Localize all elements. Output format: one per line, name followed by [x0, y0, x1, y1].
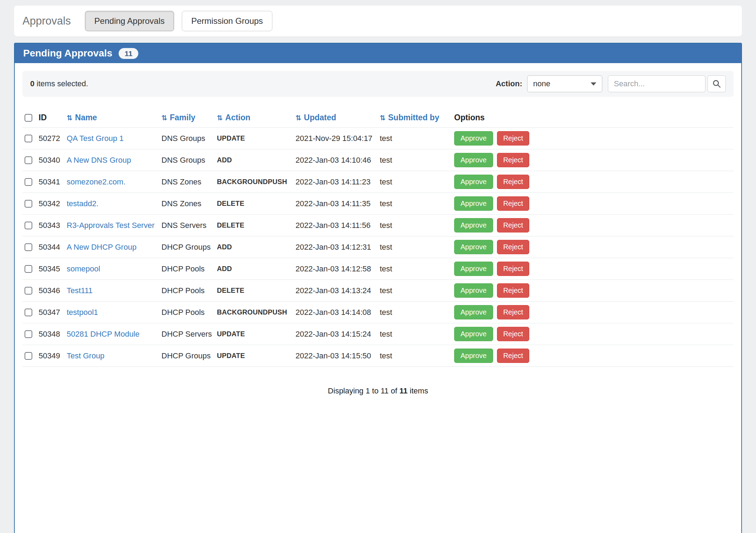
row-checkbox[interactable]: [25, 135, 32, 142]
reject-button[interactable]: Reject: [497, 305, 530, 319]
row-family: DHCP Pools: [161, 280, 217, 302]
reject-button[interactable]: Reject: [497, 240, 530, 254]
column-header-submitted-by[interactable]: ⇅Submitted by: [380, 109, 454, 128]
row-name-link[interactable]: R3-Approvals Test Server: [67, 221, 154, 230]
table-row: 50349 Test Group DHCP Groups UPDATE 2022…: [22, 345, 734, 367]
panel-body: 0 items selected. Action: none: [15, 71, 741, 533]
toolbar-controls: Action: none: [496, 75, 726, 92]
action-select[interactable]: none: [527, 75, 602, 92]
selected-count-suffix: items selected.: [34, 79, 88, 88]
column-label: Family: [170, 113, 195, 122]
approve-button[interactable]: Approve: [454, 175, 493, 189]
reject-button[interactable]: Reject: [497, 131, 530, 146]
pagination-summary: Displaying 1 to 11 of 11 items: [15, 386, 741, 396]
column-header-action[interactable]: ⇅Action: [217, 109, 296, 128]
row-id: 50340: [39, 149, 67, 171]
row-updated: 2022-Jan-03 14:12:31: [296, 236, 380, 258]
row-updated: 2022-Jan-03 14:15:24: [296, 323, 380, 345]
row-checkbox[interactable]: [25, 287, 32, 295]
row-checkbox[interactable]: [25, 156, 32, 164]
approve-button[interactable]: Approve: [454, 349, 493, 363]
row-name-link[interactable]: Test Group: [67, 351, 105, 360]
column-header-name[interactable]: ⇅Name: [67, 109, 161, 128]
row-id: 50342: [39, 193, 67, 215]
search-input[interactable]: [608, 75, 705, 92]
reject-button[interactable]: Reject: [497, 262, 530, 276]
table-row: 50348 50281 DHCP Module DHCP Servers UPD…: [22, 323, 734, 345]
approvals-table: ID ⇅Name ⇅Family ⇅Action ⇅Updated ⇅Submi…: [22, 109, 734, 367]
reject-button[interactable]: Reject: [497, 218, 530, 232]
pagination-suffix: items: [407, 386, 428, 395]
reject-button[interactable]: Reject: [497, 196, 530, 211]
reject-button[interactable]: Reject: [497, 283, 530, 298]
row-checkbox[interactable]: [25, 330, 32, 338]
approve-button[interactable]: Approve: [454, 283, 493, 298]
approve-button[interactable]: Approve: [454, 262, 493, 276]
column-header-family[interactable]: ⇅Family: [161, 109, 217, 128]
approve-button[interactable]: Approve: [454, 131, 493, 146]
reject-button[interactable]: Reject: [497, 349, 530, 363]
row-submitted-by: test: [380, 280, 454, 302]
row-name-link[interactable]: Test111: [67, 286, 93, 295]
row-name-link[interactable]: QA Test Group 1: [67, 134, 124, 143]
row-id: 50272: [39, 128, 67, 149]
row-submitted-by: test: [380, 323, 454, 345]
row-action: UPDATE: [217, 323, 296, 345]
row-name-link[interactable]: testadd2.: [67, 199, 99, 208]
row-updated: 2022-Jan-03 14:11:23: [296, 171, 380, 193]
row-name-link[interactable]: A New DNS Group: [67, 156, 131, 164]
row-name-link[interactable]: somezone2.com.: [67, 177, 126, 186]
reject-button[interactable]: Reject: [497, 175, 530, 189]
search-icon: [712, 79, 721, 88]
row-checkbox[interactable]: [25, 265, 32, 273]
row-family: DHCP Groups: [161, 345, 217, 367]
row-name-link[interactable]: 50281 DHCP Module: [67, 330, 140, 338]
table-row: 50344 A New DHCP Group DHCP Groups ADD 2…: [22, 236, 734, 258]
approve-button[interactable]: Approve: [454, 218, 493, 232]
select-all-checkbox[interactable]: [25, 114, 32, 122]
row-submitted-by: test: [380, 345, 454, 367]
row-checkbox[interactable]: [25, 309, 32, 316]
approve-button[interactable]: Approve: [454, 305, 493, 319]
pending-approvals-panel: Pending Approvals 11 0 items selected. A…: [14, 43, 742, 533]
row-checkbox[interactable]: [25, 178, 32, 186]
row-checkbox[interactable]: [25, 222, 32, 229]
row-name-link[interactable]: somepool: [67, 264, 100, 273]
row-id: 50346: [39, 280, 67, 302]
selected-count: 0: [30, 79, 34, 88]
row-family: DHCP Pools: [161, 258, 217, 280]
panel-header: Pending Approvals 11: [15, 43, 741, 63]
column-label: Submitted by: [388, 113, 439, 122]
approve-button[interactable]: Approve: [454, 240, 493, 254]
sort-updown-icon: ⇅: [217, 114, 223, 122]
row-checkbox[interactable]: [25, 352, 32, 360]
action-select-value: none: [533, 79, 550, 88]
column-header-id: ID: [39, 109, 67, 128]
reject-button[interactable]: Reject: [497, 153, 530, 167]
column-header-updated[interactable]: ⇅Updated: [296, 109, 380, 128]
table-row: 50345 somepool DHCP Pools ADD 2022-Jan-0…: [22, 258, 734, 280]
row-updated: 2022-Jan-03 14:14:08: [296, 302, 380, 323]
tab-pending-approvals[interactable]: Pending Approvals: [85, 11, 174, 31]
row-action: ADD: [217, 258, 296, 280]
row-name-link[interactable]: A New DHCP Group: [67, 243, 137, 251]
reject-button[interactable]: Reject: [497, 327, 530, 341]
table-header-row: ID ⇅Name ⇅Family ⇅Action ⇅Updated ⇅Submi…: [22, 109, 734, 128]
row-action: ADD: [217, 236, 296, 258]
search-button[interactable]: [708, 75, 726, 92]
row-updated: 2022-Jan-03 14:10:46: [296, 149, 380, 171]
sort-updown-icon: ⇅: [67, 114, 73, 122]
table-row: 50272 QA Test Group 1 DNS Groups UPDATE …: [22, 128, 734, 149]
row-submitted-by: test: [380, 302, 454, 323]
tab-permission-groups[interactable]: Permission Groups: [182, 11, 272, 31]
table-row: 50340 A New DNS Group DNS Groups ADD 202…: [22, 149, 734, 171]
approve-button[interactable]: Approve: [454, 153, 493, 167]
approve-button[interactable]: Approve: [454, 196, 493, 211]
row-updated: 2022-Jan-03 14:11:56: [296, 215, 380, 236]
approve-button[interactable]: Approve: [454, 327, 493, 341]
row-checkbox[interactable]: [25, 243, 32, 251]
row-checkbox[interactable]: [25, 200, 32, 208]
app-header: Approvals Pending Approvals Permission G…: [14, 6, 742, 36]
row-name-link[interactable]: testpool1: [67, 308, 98, 317]
selected-count-text: 0 items selected.: [30, 79, 88, 88]
